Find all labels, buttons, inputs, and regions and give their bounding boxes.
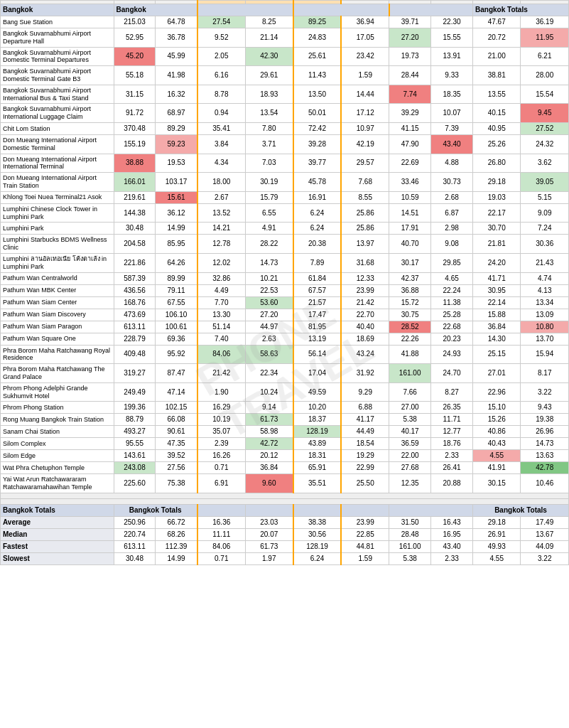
cell-value: 43.24 [341,345,389,364]
cell-value: 12.78 [197,235,245,254]
stats-value: 1.97 [245,552,293,564]
stats-row: Fastest613.11112.3984.0661.73128.1944.81… [1,540,569,552]
cell-value: 19.29 [341,450,389,462]
table-row: Chit Lom Station370.4889.2935.417.8072.4… [1,122,569,134]
cell-value: 28.22 [245,235,293,254]
cell-value: 42.30 [245,47,293,66]
cell-value: 4.13 [521,284,569,296]
stats-value: 31.50 [389,516,431,528]
stats-value: 84.06 [197,540,245,552]
cell-value: 7.80 [245,122,293,134]
cell-value: 14.51 [389,203,431,223]
stats-value: 49.93 [473,540,521,552]
cell-value: 2.05 [197,47,245,66]
cell-value: 22.69 [389,154,431,173]
cell-value: 106.10 [156,309,197,321]
cell-value: 199.36 [114,402,156,414]
empty-section [1,493,569,504]
cell-value: 11.38 [431,296,473,309]
cell-value: 20.88 [431,474,473,493]
cell-value: 409.48 [114,345,156,364]
totals-empty2 [245,504,293,516]
cell-value: 249.49 [114,382,156,402]
cell-value: 61.84 [293,272,341,284]
cell-value: 6.87 [431,203,473,223]
stats-value: 17.49 [521,516,569,528]
cell-value: 35.51 [293,474,341,493]
cell-value: 15.94 [521,345,569,364]
cell-value: 19.38 [521,414,569,426]
cell-value: 47.35 [156,438,197,450]
cell-value: 14.99 [156,223,197,235]
table-row: Silom Edge143.6139.5216.2620.1218.3119.2… [1,450,569,462]
cell-value: 26.35 [431,402,473,414]
cell-value: 12.02 [197,253,245,272]
cell-value: 11.43 [293,66,341,85]
cell-value: 2.33 [431,450,473,462]
cell-value: 13.54 [245,104,293,123]
cell-value: 15.54 [521,85,569,104]
cell-value: 4.65 [431,272,473,284]
cell-value: 128.19 [293,426,341,438]
cell-value: 41.71 [473,272,521,284]
cell-value: 19.03 [473,191,521,203]
cell-value: 27.20 [389,28,431,48]
cell-value: 20.72 [473,28,521,48]
cell-location: Bangkok Suvarnabhumi Airport Departure H… [1,28,114,48]
stats-value: 161.00 [389,540,431,552]
table-row: Don Mueang International Airport Interna… [1,154,569,173]
cell-value: 8.17 [521,364,569,383]
cell-location: Khlong Toei Nuea Terminal21 Asok [1,191,114,203]
cell-location: Pathum Wan Siam Discovery [1,309,114,321]
cell-value: 22.14 [473,296,521,309]
cell-value: 7.74 [389,85,431,104]
cell-value: 28.00 [521,66,569,85]
cell-value: 9.60 [245,474,293,493]
cell-value: 18.69 [341,333,389,345]
cell-value: 25.86 [341,203,389,223]
cell-location: Pathum Wan Square One [1,333,114,345]
empty-row-2 [1,498,569,504]
cell-value: 2.67 [197,191,245,203]
cell-location: Silom Complex [1,438,114,450]
cell-location: Silom Edge [1,450,114,462]
cell-value: 21.43 [521,253,569,272]
cell-value: 25.61 [293,47,341,66]
cell-location: Pathum Wan MBK Center [1,284,114,296]
cell-value: 16.26 [197,450,245,462]
cell-value: 32.86 [197,272,245,284]
totals-empty5 [389,504,473,516]
cell-value: 59.23 [156,134,197,154]
cell-value: 41.88 [389,345,431,364]
table-row: Pathum Wan Centralworld587.3989.9932.861… [1,272,569,284]
cell-value: 45.99 [156,47,197,66]
table-row: Don Mueang International Airport Train S… [1,173,569,192]
cell-value: 44.97 [245,321,293,333]
cell-value: 9.29 [341,382,389,402]
cell-value: 43.40 [431,134,473,154]
cell-location: Phra Borom Maha Ratchawang The Grand Pal… [1,364,114,383]
stats-value: 613.11 [114,540,156,552]
cell-value: 45.20 [114,47,156,66]
cell-value: 4.74 [521,272,569,284]
table-row: Phrom Phong Adelphi Grande Sukhumvit Hot… [1,382,569,402]
cell-value: 13.30 [197,309,245,321]
cell-location: Lumphini Starbucks BDMS Wellness Clinic [1,235,114,254]
cell-value: 39.28 [293,134,341,154]
cell-value: 36.88 [389,284,431,296]
cell-value: 13.63 [521,450,569,462]
stats-value: 23.03 [245,516,293,528]
cell-value: 4.49 [197,284,245,296]
cell-value: 18.00 [197,173,245,192]
cell-value: 0.94 [197,104,245,123]
cell-value: 39.29 [389,104,431,123]
cell-value: 22.00 [389,450,431,462]
stats-label: Average [1,516,114,528]
stats-value: 68.26 [156,528,197,540]
cell-value: 21.42 [197,364,245,383]
totals-empty4 [341,504,389,516]
cell-value: 29.57 [341,154,389,173]
stats-value: 26.91 [473,528,521,540]
cell-value: 4.88 [431,154,473,173]
cell-value: 25.15 [473,345,521,364]
